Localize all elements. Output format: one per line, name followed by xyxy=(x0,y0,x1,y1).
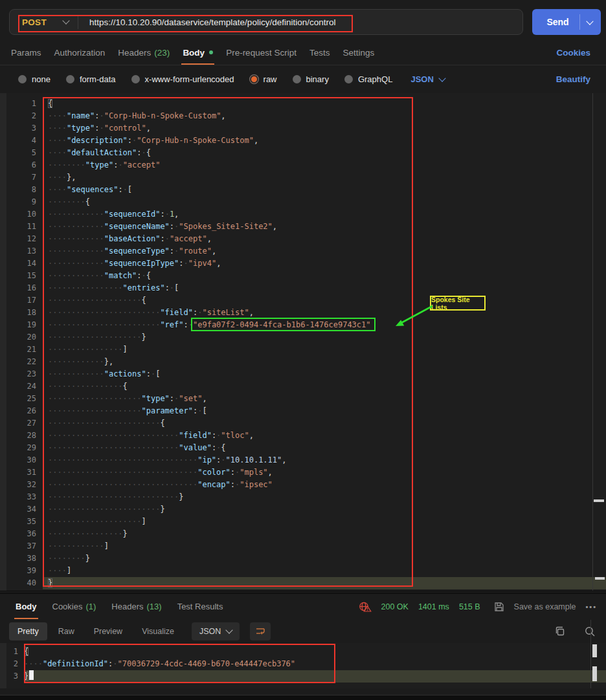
tab-tests[interactable]: Tests xyxy=(309,40,330,65)
radio-graphql-icon[interactable] xyxy=(344,75,353,83)
headers-count: (23) xyxy=(154,48,170,58)
radio-form-data-icon[interactable] xyxy=(66,75,74,83)
beautify-link[interactable]: Beautify xyxy=(556,74,590,84)
code-line: 16················"entries":·[ xyxy=(0,282,606,294)
tab-pre-request-script-label: Pre-request Script xyxy=(226,48,297,58)
send-options-chevron-icon[interactable] xyxy=(586,17,593,25)
body-type-binary[interactable]: binary xyxy=(293,74,329,84)
tab-authorization-label: Authorization xyxy=(54,48,106,58)
response-scroll-gutter[interactable] xyxy=(590,620,591,688)
code-line: 31································"color… xyxy=(0,466,606,479)
code-line: 3····"type":·"control", xyxy=(0,122,606,135)
postman-app: POST https://10.10.20.90/dataservice/tem… xyxy=(0,0,606,700)
tab-headers[interactable]: Headers(23) xyxy=(118,40,170,65)
send-button[interactable]: Send xyxy=(532,9,601,35)
tab-params-label: Params xyxy=(11,48,41,58)
save-icon xyxy=(494,602,504,612)
response-tab-cookies[interactable]: Cookies(1) xyxy=(52,594,96,619)
method-selector[interactable]: POST xyxy=(10,10,78,34)
response-header: Body Cookies(1) Headers(13) Test Results… xyxy=(0,593,606,619)
response-language-selector[interactable]: JSON xyxy=(192,622,240,640)
code-line: 25····················"type":·"set", xyxy=(0,393,606,405)
code-line: 34························} xyxy=(0,503,606,516)
response-tab-test-results[interactable]: Test Results xyxy=(177,594,223,619)
radio-none-icon[interactable] xyxy=(18,75,27,83)
response-time[interactable]: 1401 ms xyxy=(418,602,449,611)
tab-params[interactable]: Params xyxy=(11,40,41,65)
tab-body[interactable]: Body xyxy=(183,40,213,65)
request-editor-scroll-gutter[interactable] xyxy=(592,93,593,591)
code-line: 37············] xyxy=(0,540,606,552)
wrap-lines-button[interactable] xyxy=(250,622,271,640)
code-line: 1{ xyxy=(0,646,606,658)
response-meta: 200 OK 1401 ms 515 B Save as example ••• xyxy=(359,601,597,612)
code-line: 13············"sequenceType":·"route", xyxy=(0,245,606,257)
code-line: 17····················{ xyxy=(0,294,606,307)
copy-icon[interactable] xyxy=(554,626,566,637)
overview-ruler-mark xyxy=(595,577,605,580)
cookies-link[interactable]: Cookies xyxy=(556,48,590,58)
body-type-form-data[interactable]: form-data xyxy=(66,74,116,84)
code-line: 22············}, xyxy=(0,356,606,368)
code-line: 40} xyxy=(0,577,606,589)
view-tab-visualize[interactable]: Visualize xyxy=(133,622,183,640)
radio-raw-selected-icon[interactable] xyxy=(250,75,258,83)
code-line: 20····················} xyxy=(0,331,606,344)
response-editor-left-edge xyxy=(0,643,6,688)
request-tabs: Params Authorization Headers(23) Body Pr… xyxy=(0,40,606,65)
response-scrollbar-thumb[interactable] xyxy=(592,666,597,681)
body-modified-dot xyxy=(209,50,213,54)
code-line: 19························"ref":·"e9fa07… xyxy=(0,319,606,331)
response-tab-cookies-label: Cookies xyxy=(52,602,83,611)
save-as-example-button[interactable]: Save as example xyxy=(514,602,576,611)
tab-pre-request-script[interactable]: Pre-request Script xyxy=(226,40,297,65)
status-code[interactable]: 200 OK xyxy=(381,602,409,611)
request-code-lines: 1{2····"name":·"Corp-Hub-n-Spoke-Custom"… xyxy=(0,98,606,589)
response-tab-headers[interactable]: Headers(13) xyxy=(111,594,161,619)
request-body-editor[interactable]: 1{2····"name":·"Corp-Hub-n-Spoke-Custom"… xyxy=(0,93,606,591)
tab-settings[interactable]: Settings xyxy=(342,40,374,65)
code-line: 32································"encap… xyxy=(0,479,606,491)
view-tab-preview[interactable]: Preview xyxy=(85,622,131,640)
view-tab-raw[interactable]: Raw xyxy=(50,622,83,640)
response-body-editor[interactable]: 1{2····"definitionId":·"70036729-4cdc-44… xyxy=(0,643,606,688)
code-line: 8····"sequences":·[ xyxy=(0,184,606,196)
network-warning-icon[interactable] xyxy=(359,601,372,612)
view-tab-pretty[interactable]: Pretty xyxy=(9,622,47,640)
code-line: 7····}, xyxy=(0,171,606,184)
body-type-raw[interactable]: raw xyxy=(250,74,277,84)
response-size[interactable]: 515 B xyxy=(459,602,480,611)
radio-urlencoded-icon[interactable] xyxy=(131,75,140,83)
code-line: 9········{ xyxy=(0,196,606,208)
language-selector[interactable]: JSON xyxy=(410,74,444,84)
body-type-x-www-form-urlencoded[interactable]: x-www-form-urlencoded xyxy=(131,74,234,84)
search-icon[interactable] xyxy=(584,626,596,637)
response-scrollbar-thumb[interactable] xyxy=(592,644,597,657)
url-input[interactable]: https://10.10.20.90/dataservice/template… xyxy=(78,17,522,27)
code-line: 11············"sequenceName":·"Spokes_Si… xyxy=(0,221,606,233)
response-tab-body[interactable]: Body xyxy=(16,594,37,619)
code-line: 5····"defaultAction":·{ xyxy=(0,147,606,159)
send-label: Send xyxy=(532,17,579,27)
body-type-none[interactable]: none xyxy=(18,74,50,84)
radio-binary-icon[interactable] xyxy=(293,75,301,83)
request-url-bar: POST https://10.10.20.90/dataservice/tem… xyxy=(0,0,606,40)
request-editor-left-edge xyxy=(0,93,6,591)
tab-authorization[interactable]: Authorization xyxy=(54,40,106,65)
code-line: 39····] xyxy=(0,565,606,577)
more-options-icon[interactable]: ••• xyxy=(585,603,597,611)
code-line: 33····························} xyxy=(0,491,606,503)
response-language-chevron-icon xyxy=(226,626,233,633)
active-tab-underline xyxy=(181,63,214,65)
code-line: 2····"name":·"Corp-Hub-n-Spoke-Custom", xyxy=(0,110,606,122)
response-headers-count: (13) xyxy=(147,602,162,611)
code-line: 36················} xyxy=(0,528,606,540)
response-active-tab-underline xyxy=(14,618,38,619)
body-type-form-data-label: form-data xyxy=(80,74,116,84)
body-type-graphql[interactable]: GraphQL xyxy=(344,74,392,84)
code-line: 28····························"field":·"… xyxy=(0,430,606,442)
code-line: 18························"field":·"site… xyxy=(0,307,606,319)
code-line: 10············"sequenceId":·1, xyxy=(0,208,606,221)
body-type-graphql-label: GraphQL xyxy=(358,74,392,84)
code-line: 3} xyxy=(0,670,606,683)
